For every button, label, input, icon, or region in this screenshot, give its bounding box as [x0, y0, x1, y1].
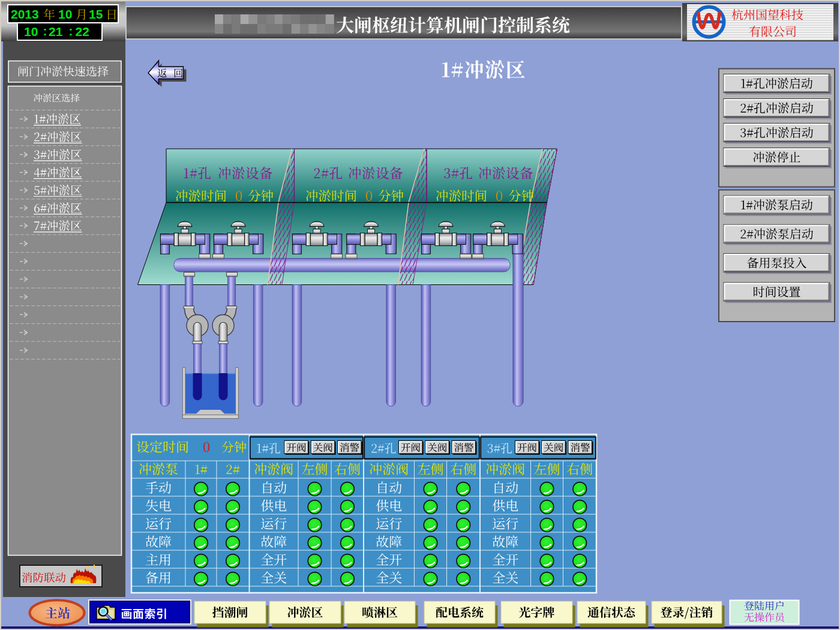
svg-text:10: 10: [58, 7, 72, 21]
svg-text:22: 22: [76, 25, 89, 38]
svg-text:10: 10: [24, 25, 38, 38]
svg-text::: :: [43, 24, 47, 38]
svg-text:2013: 2013: [11, 7, 39, 21]
svg-text:15: 15: [89, 7, 103, 21]
svg-text:21: 21: [49, 25, 63, 38]
svg-text::: :: [69, 24, 73, 38]
